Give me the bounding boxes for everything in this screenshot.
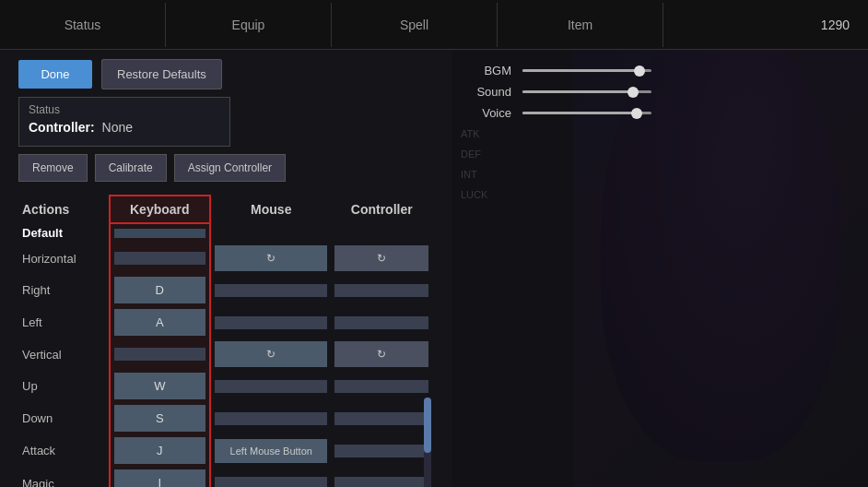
- controller-cell[interactable]: [334, 477, 428, 487]
- sound-label: Sound: [470, 85, 511, 99]
- col-header-keyboard: Keyboard: [110, 196, 211, 223]
- scroll-bar[interactable]: [424, 398, 431, 487]
- keyboard-cell[interactable]: [114, 348, 206, 361]
- restore-defaults-button[interactable]: Restore Defaults: [101, 59, 222, 89]
- voice-slider[interactable]: [522, 112, 651, 114]
- status-label: Status: [29, 103, 220, 116]
- keyboard-cell[interactable]: W: [114, 373, 206, 399]
- controller-cell[interactable]: [334, 380, 428, 393]
- keyboard-cell[interactable]: J: [114, 437, 206, 464]
- table-row: Down S: [18, 402, 432, 434]
- sound-slider[interactable]: [522, 90, 651, 93]
- col-header-mouse: Mouse: [210, 196, 331, 223]
- table-row: Right D: [18, 274, 432, 306]
- action-label: Vertical: [22, 348, 62, 362]
- action-buttons-row: Remove Calibrate Assign Controller: [18, 154, 433, 182]
- assign-controller-button[interactable]: Assign Controller: [174, 154, 286, 182]
- mouse-cell[interactable]: [215, 477, 327, 487]
- bgm-label: BGM: [470, 64, 511, 77]
- mouse-cell[interactable]: Left Mouse Button: [215, 439, 327, 463]
- keyboard-cell[interactable]: S: [114, 405, 206, 432]
- main-content: Done Restore Defaults Status Controller:…: [0, 50, 868, 487]
- calibrate-button[interactable]: Calibrate: [95, 154, 167, 182]
- action-label: Attack: [22, 444, 55, 457]
- action-label: Horizontal: [22, 252, 76, 266]
- tab-spell[interactable]: Spell: [332, 3, 498, 47]
- voice-label: Voice: [470, 106, 511, 120]
- keyboard-cell: [114, 229, 206, 238]
- action-label: Up: [22, 379, 38, 393]
- col-header-actions: Actions: [18, 196, 110, 223]
- mouse-cell[interactable]: ↻: [215, 341, 327, 367]
- controller-cell[interactable]: ↻: [334, 245, 428, 271]
- controller-cell[interactable]: [334, 284, 428, 297]
- table-row: Magic I: [18, 467, 432, 487]
- controller-cell[interactable]: ↻: [334, 341, 428, 367]
- mouse-cell[interactable]: [215, 316, 327, 329]
- mouse-cell[interactable]: [215, 412, 327, 425]
- controller-cell[interactable]: [334, 316, 428, 329]
- table-row: Up W: [18, 370, 432, 402]
- action-label: Down: [22, 411, 53, 425]
- keybind-table-wrapper: Actions Keyboard Mouse Controller Defaul…: [18, 195, 433, 487]
- action-label: Magic: [22, 477, 54, 488]
- done-button[interactable]: Done: [18, 60, 92, 89]
- action-label: Left: [22, 315, 42, 329]
- right-panel: BGM Sound Voice: [452, 50, 868, 487]
- remove-button[interactable]: Remove: [18, 154, 88, 182]
- table-row: Vertical ↻ ↻: [18, 339, 432, 370]
- status-box: Status Controller: None: [18, 97, 230, 147]
- controller-label: Controller:: [29, 120, 95, 135]
- tab-status[interactable]: Status: [0, 3, 166, 47]
- tab-equip[interactable]: Equip: [166, 3, 332, 47]
- table-row: Horizontal ↻ ↻: [18, 243, 432, 274]
- mouse-cell[interactable]: [215, 284, 327, 297]
- mouse-cell[interactable]: [215, 380, 327, 393]
- mouse-cell[interactable]: ↻: [215, 245, 327, 271]
- keyboard-cell[interactable]: D: [114, 277, 206, 303]
- left-panel: Done Restore Defaults Status Controller:…: [0, 50, 452, 487]
- top-controls-row: Done Restore Defaults: [18, 59, 433, 89]
- controller-cell[interactable]: [334, 412, 428, 425]
- sound-row: Sound: [470, 85, 850, 99]
- action-label: Default: [22, 226, 63, 240]
- bgm-row: BGM: [470, 64, 850, 77]
- tab-item[interactable]: Item: [498, 3, 663, 47]
- table-row: Attack J Left Mouse Button: [18, 434, 432, 467]
- keyboard-cell[interactable]: I: [114, 469, 206, 487]
- scroll-thumb[interactable]: [424, 398, 431, 453]
- gold-display: 1290: [821, 18, 868, 32]
- controller-cell[interactable]: [334, 445, 428, 457]
- table-row: Default: [18, 223, 432, 243]
- action-label: Right: [22, 283, 50, 297]
- table-row: Left A: [18, 306, 432, 339]
- controller-value: None: [102, 120, 133, 135]
- keyboard-cell[interactable]: A: [114, 309, 206, 336]
- audio-controls: BGM Sound Voice: [470, 64, 850, 120]
- keybind-table: Actions Keyboard Mouse Controller Defaul…: [18, 195, 433, 487]
- voice-row: Voice: [470, 106, 850, 120]
- bgm-slider[interactable]: [522, 69, 651, 72]
- stat-labels: ATK DEF INT LUCK: [452, 124, 487, 205]
- controller-row: Controller: None: [29, 120, 220, 135]
- keyboard-cell[interactable]: [114, 252, 206, 265]
- top-navigation: Status Equip Spell Item 1290: [0, 0, 868, 50]
- col-header-controller: Controller: [331, 196, 432, 223]
